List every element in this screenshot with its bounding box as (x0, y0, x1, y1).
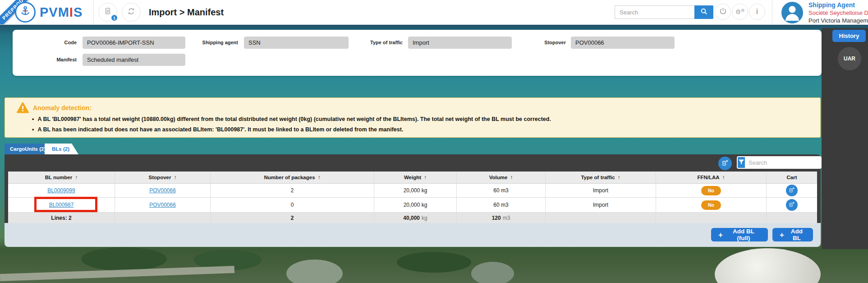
type-of-traffic-label: Type of traffic (358, 40, 403, 45)
actions-bar: + Add BL (full) + Add BL (5, 223, 821, 247)
code-label: Code (32, 40, 77, 45)
volume-total: 120m3 (457, 213, 546, 223)
bls-panel: BL number↑ Stopover↑ Number of packages↑… (5, 154, 821, 247)
stopover-link[interactable]: POV00066 (149, 202, 176, 208)
lines-count: Lines: 2 (8, 213, 115, 223)
user-organization: Port Victoria Managemen (808, 17, 868, 25)
warning-icon (17, 102, 29, 115)
document-add-icon (789, 201, 795, 209)
user-initials-avatar[interactable]: UAR (838, 47, 861, 70)
info-button[interactable]: i (749, 4, 765, 20)
column-header-bl-number[interactable]: BL number↑ (8, 172, 115, 183)
logout-button[interactable] (715, 4, 731, 20)
sort-asc-icon[interactable]: ↑ (618, 174, 620, 181)
anomaly-item: •A BL 'BL000987' has a total net weight … (32, 116, 551, 122)
column-header-traffic[interactable]: Type of traffic↑ (546, 172, 656, 183)
sort-asc-icon[interactable]: ↑ (722, 174, 725, 181)
cart-button[interactable] (786, 199, 798, 211)
column-header-ffn-laa[interactable]: FFN/LAA↑ (656, 172, 767, 183)
stopover-link[interactable]: POV00066 (149, 187, 176, 194)
refresh-button[interactable] (122, 3, 141, 22)
trees (397, 252, 471, 273)
table-footer-row: Lines: 2 2 40,000kg 120m3 (8, 213, 817, 223)
refresh-icon (127, 7, 136, 18)
traffic-cell: Import (546, 184, 656, 197)
table-search-input[interactable] (745, 157, 822, 168)
power-icon (719, 7, 727, 17)
ffn-laa-badge[interactable]: No (701, 186, 721, 195)
table-header-row: BL number↑ Stopover↑ Number of packages↑… (8, 172, 817, 184)
volume-cell: 60 m3 (457, 198, 546, 212)
column-header-cart: Cart (767, 172, 817, 183)
sort-asc-icon[interactable]: ↑ (75, 174, 78, 181)
packages-cell: 0 (211, 198, 374, 212)
sort-asc-icon[interactable]: ↑ (510, 174, 513, 181)
app-logo-text: PVMIS (40, 5, 83, 20)
weight-cell: 20,000 kg (374, 184, 457, 197)
shipping-agent-field[interactable] (244, 37, 349, 49)
column-header-weight[interactable]: Weight↑ (374, 172, 457, 183)
add-bl-full-button[interactable]: + Add BL (full) (711, 228, 768, 241)
bl-number-link[interactable]: BL000987 (49, 202, 74, 208)
document-add-icon (721, 159, 729, 168)
plus-icon: + (718, 231, 723, 239)
table-filter (737, 156, 822, 169)
add-bl-button[interactable]: + Add BL (772, 228, 813, 241)
packages-cell: 2 (211, 184, 374, 197)
document-add-icon (789, 187, 795, 195)
column-header-stopover[interactable]: Stopover↑ (115, 172, 211, 183)
info-icon: i (756, 8, 758, 16)
search-icon (700, 8, 708, 17)
anchor-icon (19, 5, 31, 19)
ffn-laa-badge[interactable]: No (701, 200, 721, 210)
traffic-cell: Import (546, 198, 656, 212)
user-role: Shipping Agent (808, 1, 868, 9)
type-of-traffic-field[interactable] (408, 37, 512, 49)
manifest-form-card: Code Shipping agent Type of traffic Stop… (13, 30, 822, 76)
user-avatar[interactable] (781, 2, 803, 23)
sort-asc-icon[interactable]: ↑ (174, 174, 176, 181)
bullet-icon: • (32, 126, 34, 133)
funnel-icon (738, 158, 745, 167)
table-row: BL000987 POV00066 0 20,000 kg 60 m3 Impo… (8, 198, 817, 213)
stopover-label: Stopover (521, 40, 566, 45)
header-divider (93, 0, 94, 25)
weight-cell: 20,000 kg (374, 198, 457, 212)
packages-total: 2 (211, 213, 374, 223)
person-icon (781, 2, 803, 23)
user-info[interactable]: Shipping Agent Société Seychelloise De P… (808, 1, 868, 24)
user-company: Société Seychelloise De (808, 9, 868, 17)
anomaly-item: •A BL has been indicated but does not ha… (32, 126, 403, 133)
manifest-field[interactable] (83, 54, 185, 66)
global-search-input[interactable] (615, 5, 694, 19)
app-window: PREPROD PVMIS (0, 0, 868, 283)
column-header-volume[interactable]: Volume↑ (457, 172, 546, 183)
global-search-button[interactable] (694, 5, 713, 19)
trees (81, 247, 167, 271)
code-field[interactable] (83, 37, 185, 49)
history-button[interactable]: History (832, 30, 866, 42)
table-row: BL0009099 POV00066 2 20,000 kg 60 m3 Imp… (8, 184, 817, 198)
page-title: Import > Manifest (149, 7, 224, 18)
filter-button[interactable] (738, 157, 745, 168)
weight-total: 40,000kg (374, 213, 457, 223)
column-header-packages[interactable]: Number of packages↑ (211, 172, 374, 183)
manifest-label: Manifest (32, 57, 77, 62)
pvmis-logo[interactable] (15, 2, 36, 23)
export-button[interactable] (718, 157, 732, 170)
cart-button[interactable] (786, 185, 798, 196)
anomaly-detection-alert: Anomaly detection: •A BL 'BL000987' has … (5, 97, 821, 138)
stopover-field[interactable] (571, 37, 675, 49)
sort-asc-icon[interactable]: ↑ (424, 174, 427, 181)
top-header: PREPROD PVMIS (0, 0, 868, 25)
notification-badge: 1 (110, 14, 118, 22)
sort-asc-icon[interactable]: ↑ (318, 174, 321, 181)
gears-icon: ⚙⚙ (735, 8, 745, 15)
volume-cell: 60 m3 (457, 184, 546, 197)
header-divider (772, 0, 772, 25)
bullet-icon: • (32, 116, 34, 122)
settings-button[interactable]: ⚙⚙ (732, 4, 748, 20)
shipping-agent-label: Shipping agent (193, 40, 238, 45)
bl-number-link[interactable]: BL0009099 (47, 187, 75, 194)
manifest-document-button[interactable]: 1 (98, 3, 117, 22)
